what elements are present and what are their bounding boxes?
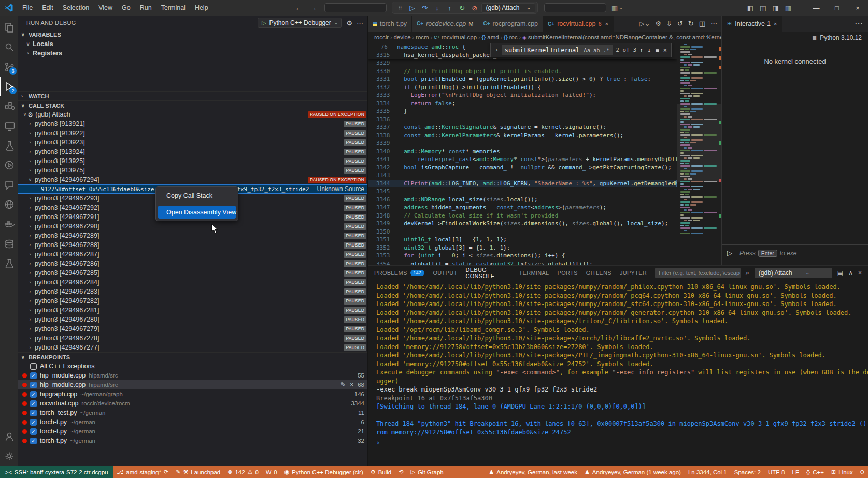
tab-rocdevice.cpp[interactable]: C+rocdevice.cppM (412, 16, 478, 32)
breakpoint-row[interactable]: ✓torch-t.py~/german21 (18, 427, 367, 436)
gear-icon[interactable]: ⚙ (346, 19, 352, 27)
callstack-thread[interactable]: ›python3 [4294967288]PAUSED (18, 240, 367, 250)
panel-tab-gitlens[interactable]: GITLENS (586, 266, 611, 280)
watch-section-header[interactable]: ›WATCH (18, 91, 367, 100)
status-language-mode[interactable]: {}C++ (803, 466, 828, 478)
callstack-thread[interactable]: ›python3 [913975]PAUSED (18, 166, 367, 175)
activitybar-remote-explorer[interactable] (0, 116, 18, 136)
breadcrumb-item[interactable]: rocclr (374, 34, 389, 40)
code-line-3339[interactable]: 3339 (368, 139, 677, 148)
callstack-thread[interactable]: ›python3 [4294967286]PAUSED (18, 259, 367, 268)
code-line-3332[interactable]: 3332 if (!printfDbg()->init(printfEnable… (368, 83, 677, 92)
command-center-right[interactable] (544, 3, 606, 12)
find-prev-icon[interactable]: ↑ (639, 47, 643, 54)
callstack-thread[interactable]: ›python3 [4294967281]PAUSED (18, 306, 367, 315)
find-close-icon[interactable]: × (663, 47, 667, 54)
activitybar-extensions[interactable] (0, 96, 18, 116)
menu-item-open-disassembly-view[interactable]: Open Disassembly View (158, 206, 236, 219)
tab-rocvirtual.cpp[interactable]: C+rocvirtual.cpp6× (543, 16, 614, 32)
code-line-3347[interactable]: 3347 address hidden_arguments = const_ca… (368, 204, 677, 212)
layout-toggle-icon-2[interactable]: ◨ (772, 4, 778, 12)
split-editor-icon[interactable]: ◫ (699, 20, 705, 27)
activitybar-explorer[interactable] (0, 18, 18, 37)
panel-tab-terminal[interactable]: TERMINAL (519, 266, 549, 280)
code-line-3338[interactable]: 3338 const amd::KernelParameters& kernel… (368, 132, 677, 140)
close-icon[interactable]: × (847, 0, 868, 16)
status-indentation[interactable]: Spaces: 2 (731, 466, 764, 478)
status-build-task[interactable]: ⚙Build (367, 466, 395, 478)
checkbox-icon[interactable]: ✓ (30, 382, 37, 388)
debug-config-select[interactable]: (gdb) Attach⌄ (481, 3, 535, 13)
find-next-icon[interactable]: ↓ (647, 47, 651, 54)
code-line-3341[interactable]: 3341 reinterpret_cast<amd::Memory* const… (368, 155, 677, 164)
code-line-3349[interactable]: 3349 devKernel->FindLocalWorkSize(sizes.… (368, 220, 677, 228)
close-icon[interactable]: × (605, 21, 608, 27)
breadcrumb-item[interactable]: amd (487, 34, 499, 40)
callstack-thread[interactable]: ›python3 [4294967280]PAUSED (18, 315, 367, 324)
activitybar-database[interactable] (0, 234, 18, 254)
activitybar-run-circle[interactable] (0, 155, 18, 175)
code-line-3329[interactable]: 3329 (368, 59, 677, 67)
code-line-3334[interactable]: 3334 return false; (368, 99, 677, 108)
status-git-graph[interactable]: ▷Git Graph (407, 466, 447, 478)
status-git-branch[interactable]: ⎇amd-staging*⟳ (113, 466, 173, 478)
status-remote-host[interactable]: ><SSH: banff-cyxtera-S72-2.ctr.dcgpu (0, 466, 113, 478)
panel-tab-problems[interactable]: PROBLEMS142 (374, 266, 424, 280)
tab-rocprogram.cpp[interactable]: C+rocprogram.cpp (478, 16, 543, 32)
minimize-icon[interactable]: — (806, 0, 827, 16)
breadcrumb-item[interactable]: rocm (416, 34, 429, 40)
activitybar-testing[interactable] (0, 136, 18, 155)
callstack-thread[interactable]: ›python3 [4294967289]PAUSED (18, 231, 367, 240)
breakpoint-row[interactable]: ✓hip_module.cpphipamd/src55 (18, 371, 367, 380)
menu-terminal[interactable]: Terminal (157, 3, 190, 13)
status-cursor-position[interactable]: Ln 3344, Col 1 (685, 466, 731, 478)
disconnect-icon[interactable]: ⊘ (469, 4, 480, 12)
checkbox-icon[interactable]: ✓ (30, 410, 37, 416)
nav-back-icon[interactable]: ← (295, 4, 303, 12)
callstack-thread[interactable]: ›python3 [4294967290]PAUSED (18, 222, 367, 231)
status-sync-task[interactable]: ⟲ (395, 466, 407, 478)
search-icon[interactable]: ⌕ (746, 269, 749, 277)
code-line-3333[interactable]: 3333 LogError("\nPrintfDbg object initia… (368, 91, 677, 99)
callstack-thread[interactable]: ›python3 [4294967284]PAUSED (18, 278, 367, 287)
code-line-3346[interactable]: 3346 amd::NDRange local_size(sizes.local… (368, 196, 677, 204)
checkbox-icon[interactable]: ✓ (30, 400, 37, 407)
breakpoint-exceptions-row[interactable]: All C++ Exceptions (18, 361, 367, 371)
activitybar-run-and-debug[interactable]: 2 (0, 77, 18, 96)
callstack-thread[interactable]: ›python3 [4294967287]PAUSED (18, 250, 367, 259)
menu-selection[interactable]: Selection (59, 3, 93, 13)
code-line-3337[interactable]: 3337 const amd::KernelSignature& signatu… (368, 123, 677, 132)
checkbox-icon[interactable]: ✓ (30, 438, 37, 444)
code-line-3336[interactable]: 3336 (368, 115, 677, 124)
callstack-thread[interactable]: ›python3 [4294967283]PAUSED (18, 287, 367, 296)
tab-torch-t.py[interactable]: torch-t.py (368, 16, 412, 32)
checkbox-icon[interactable]: ✓ (30, 419, 37, 426)
find-in-selection-icon[interactable]: ≡ (656, 47, 659, 54)
callstack-thread[interactable]: ›python3 [4294967278]PAUSED (18, 334, 367, 343)
remove-icon[interactable]: × (350, 381, 353, 388)
maximize-panel-icon[interactable]: ∧ (848, 269, 853, 277)
panel-tab-ports[interactable]: PORTS (558, 266, 578, 280)
match-case-icon[interactable]: Aa (584, 47, 590, 53)
callstack-thread[interactable]: ›python3 [4294967282]PAUSED (18, 296, 367, 306)
layout-toggle-icon-1[interactable]: ◫ (760, 4, 766, 12)
menu-run[interactable]: Run (136, 3, 156, 13)
callstack-section-header[interactable]: ∨CALL STACK (18, 100, 367, 110)
code-line-3330[interactable]: 3330 // Init PrintfDbg object if printf … (368, 67, 677, 76)
checkbox-icon[interactable]: ✓ (30, 372, 37, 379)
activitybar-docker[interactable] (0, 214, 18, 234)
breadcrumb-item[interactable]: rocvirtual.cpp (442, 34, 477, 40)
more-actions-icon[interactable]: ⋯ (849, 19, 868, 28)
breakpoints-section-header[interactable]: ∨BREAKPOINTS (18, 352, 367, 361)
breadcrumb[interactable]: rocclr›device›rocm›C+rocvirtual.cpp›{}am… (368, 32, 721, 43)
close-icon[interactable]: × (774, 21, 777, 27)
callstack-session[interactable]: ∨⚙ (gdb) AttachPAUSED ON EXCEPTION (18, 110, 367, 119)
status-blame-author[interactable]: ♟Andryeyev, German, last week (485, 466, 581, 478)
breakpoint-row[interactable]: ✓torch_test.py~/german11 (18, 408, 367, 417)
activitybar-beaker[interactable] (0, 254, 18, 273)
code-line-3331[interactable]: 3331 bool printfEnabled = (gpuKernel.pri… (368, 75, 677, 83)
run-cell-icon[interactable]: ▷ (727, 249, 732, 257)
regex-icon[interactable]: .* (603, 47, 610, 53)
code-line-3342[interactable]: 3342 bool isGraphCapture = command_ != n… (368, 164, 677, 172)
breadcrumb-item[interactable]: submitKernelInternal(const amd::NDRangeC… (528, 34, 721, 40)
